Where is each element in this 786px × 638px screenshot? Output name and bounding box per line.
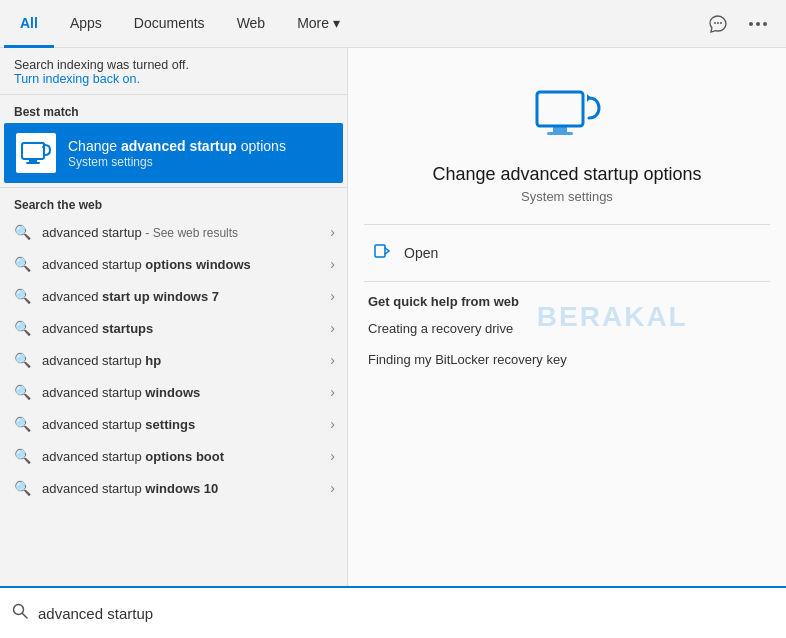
svg-rect-13 — [375, 245, 385, 257]
detail-app-icon — [531, 78, 603, 150]
suggestion-text-6: advanced startup settings — [42, 417, 320, 432]
svg-point-3 — [749, 22, 753, 26]
arrow-icon-7: › — [330, 448, 335, 464]
best-match-text: Change advanced startup options System s… — [68, 137, 286, 169]
arrow-icon-1: › — [330, 256, 335, 272]
top-nav: All Apps Documents Web More ▾ — [0, 0, 786, 48]
svg-rect-11 — [547, 132, 573, 135]
tab-more[interactable]: More ▾ — [281, 1, 356, 48]
search-bar-icon — [12, 603, 28, 623]
arrow-icon-4: › — [330, 352, 335, 368]
arrow-icon-6: › — [330, 416, 335, 432]
search-web-label: Search the web — [0, 187, 347, 216]
suggestion-text-4: advanced startup hp — [42, 353, 320, 368]
svg-rect-7 — [29, 159, 37, 162]
svg-rect-6 — [22, 143, 44, 159]
svg-line-15 — [23, 614, 28, 619]
detail-title: Change advanced startup options — [432, 164, 701, 185]
svg-rect-10 — [553, 126, 567, 132]
open-action[interactable]: Open — [364, 233, 770, 273]
svg-marker-12 — [587, 94, 591, 102]
suggestion-text-3: advanced startups — [42, 321, 320, 336]
search-icon-0: 🔍 — [12, 224, 32, 240]
tab-all[interactable]: All — [4, 1, 54, 48]
main-content: Search indexing was turned off. Turn ind… — [0, 48, 786, 586]
suggestion-text-8: advanced startup windows 10 — [42, 481, 320, 496]
svg-point-5 — [763, 22, 767, 26]
tab-apps[interactable]: Apps — [54, 1, 118, 48]
nav-right-icons — [702, 0, 782, 47]
open-label: Open — [404, 245, 438, 261]
best-match-item[interactable]: Change advanced startup options System s… — [4, 123, 343, 183]
nav-tabs: All Apps Documents Web More ▾ — [4, 0, 356, 47]
best-match-subtitle: System settings — [68, 155, 286, 169]
suggestion-item-8[interactable]: 🔍 advanced startup windows 10 › — [0, 472, 347, 504]
search-icon-8: 🔍 — [12, 480, 32, 496]
detail-actions: Open — [348, 225, 786, 281]
svg-point-0 — [714, 22, 716, 24]
tab-documents[interactable]: Documents — [118, 1, 221, 48]
suggestion-item-7[interactable]: 🔍 advanced startup options boot › — [0, 440, 347, 472]
search-icon-6: 🔍 — [12, 416, 32, 432]
feedback-button[interactable] — [702, 8, 734, 40]
suggestion-item-6[interactable]: 🔍 advanced startup settings › — [0, 408, 347, 440]
suggestion-item-5[interactable]: 🔍 advanced startup windows › — [0, 376, 347, 408]
arrow-icon-2: › — [330, 288, 335, 304]
suggestion-item-4[interactable]: 🔍 advanced startup hp › — [0, 344, 347, 376]
more-options-button[interactable] — [742, 8, 774, 40]
left-panel: Search indexing was turned off. Turn ind… — [0, 48, 348, 586]
suggestion-item-2[interactable]: 🔍 advanced start up windows 7 › — [0, 280, 347, 312]
search-icon-4: 🔍 — [12, 352, 32, 368]
svg-rect-9 — [537, 92, 583, 126]
search-icon-3: 🔍 — [12, 320, 32, 336]
detail-header: Change advanced startup options System s… — [348, 48, 786, 224]
arrow-icon-0: › — [330, 224, 335, 240]
best-match-title: Change advanced startup options — [68, 137, 286, 155]
suggestion-item-3[interactable]: 🔍 advanced startups › — [0, 312, 347, 344]
best-match-label: Best match — [0, 95, 347, 123]
suggestion-text-1: advanced startup options windows — [42, 257, 320, 272]
suggestion-text-0: advanced startup - See web results — [42, 225, 320, 240]
svg-point-2 — [720, 22, 722, 24]
quick-help-item-0[interactable]: Creating a recovery drive — [348, 313, 786, 344]
arrow-icon-3: › — [330, 320, 335, 336]
quick-help-label: Get quick help from web — [348, 282, 786, 313]
suggestion-text-5: advanced startup windows — [42, 385, 320, 400]
search-icon-1: 🔍 — [12, 256, 32, 272]
indexing-notice: Search indexing was turned off. Turn ind… — [0, 48, 347, 95]
arrow-icon-8: › — [330, 480, 335, 496]
search-icon-7: 🔍 — [12, 448, 32, 464]
detail-subtitle: System settings — [521, 189, 613, 204]
suggestion-item-0[interactable]: 🔍 advanced startup - See web results › — [0, 216, 347, 248]
tab-web[interactable]: Web — [221, 1, 282, 48]
indexing-notice-text: Search indexing was turned off. — [14, 58, 189, 72]
svg-rect-8 — [26, 162, 40, 164]
suggestion-text-2: advanced start up windows 7 — [42, 289, 320, 304]
search-icon-5: 🔍 — [12, 384, 32, 400]
best-match-app-icon — [16, 133, 56, 173]
arrow-icon-5: › — [330, 384, 335, 400]
search-input[interactable] — [38, 605, 774, 622]
svg-point-1 — [717, 22, 719, 24]
svg-point-4 — [756, 22, 760, 26]
suggestion-text-7: advanced startup options boot — [42, 449, 320, 464]
search-bar — [0, 586, 786, 638]
search-icon-2: 🔍 — [12, 288, 32, 304]
open-icon — [372, 243, 392, 263]
quick-help-item-1[interactable]: Finding my BitLocker recovery key — [348, 344, 786, 375]
indexing-link[interactable]: Turn indexing back on. — [14, 72, 140, 86]
right-panel: BERAKAL Change advanced startup options … — [348, 48, 786, 586]
suggestion-item-1[interactable]: 🔍 advanced startup options windows › — [0, 248, 347, 280]
